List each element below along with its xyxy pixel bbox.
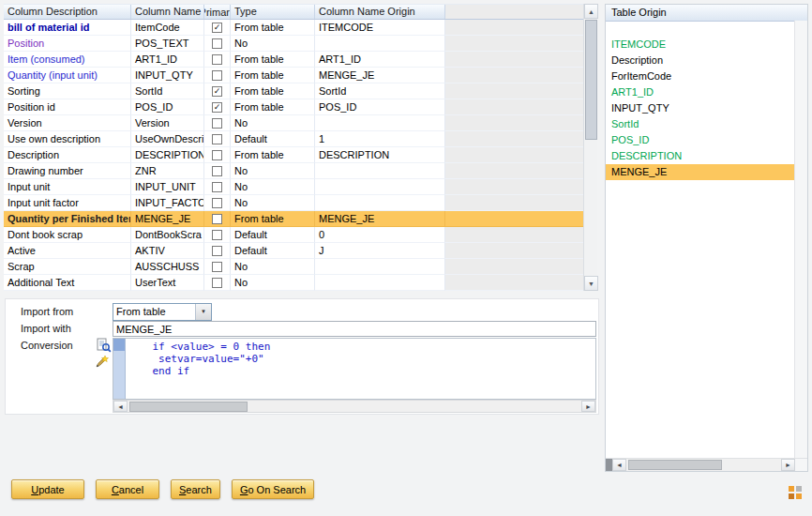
cell-type: From table [231,52,315,68]
scroll-left-arrow[interactable]: ◄ [113,401,128,412]
table-row[interactable]: Quantity (input unit)INPUT_QTYFrom table… [4,68,583,83]
column-header-primary[interactable]: Primary [204,5,231,19]
cell-column-name: ART1_ID [131,52,204,68]
cell-column-description: Dont book scrap [4,227,131,243]
table-scrollbar-thumb[interactable] [585,20,597,140]
cell-type: From table [231,99,315,115]
table-row[interactable]: Position idPOS_ID✓From tablePOS_ID [4,99,583,115]
table-row[interactable]: Additional TextUserTextNo [4,275,583,291]
cell-primary [204,147,231,163]
cell-primary [204,131,231,147]
scroll-down-arrow[interactable]: ▼ [584,276,598,291]
table-row[interactable]: PositionPOS_TEXTNo [4,36,583,52]
table-row[interactable]: Input unit factorINPUT_FACTONo [4,195,583,211]
origin-list-item[interactable]: SortId [606,116,795,132]
cell-filler [445,68,583,83]
primary-checkbox[interactable] [212,214,222,224]
search-button[interactable]: Search [171,479,220,499]
primary-checkbox[interactable] [212,118,222,129]
table-row[interactable]: VersionVersionNo [4,115,583,131]
cell-filler [445,83,583,99]
table-row[interactable]: ActiveAKTIVDefaultJ [4,243,583,259]
scroll-up-arrow[interactable]: ▲ [584,4,598,19]
cell-column-name-origin: MENGE_JE [315,68,445,83]
scrollbar-track[interactable] [128,401,581,412]
primary-checkbox[interactable] [212,54,222,65]
scrollbar-grip[interactable] [606,459,612,471]
origin-list-item[interactable] [606,21,795,37]
scroll-right-arrow[interactable]: ► [581,401,595,412]
origin-list-item[interactable]: INPUT_QTY [606,100,795,116]
primary-checkbox[interactable]: ✓ [212,23,222,33]
origin-list-item[interactable]: DESCRIPTION [606,148,795,164]
table-row[interactable]: Use own descriptionUseOwnDescriDefault1 [4,131,583,147]
origin-list-item[interactable]: MENGE_JE [606,164,795,180]
scrollbar-thumb[interactable] [129,402,248,412]
table-row[interactable]: Dont book scrapDontBookScraDefault0 [4,227,583,243]
primary-checkbox[interactable] [212,262,222,272]
primary-checkbox[interactable] [212,150,222,160]
primary-checkbox[interactable]: ✓ [212,86,222,97]
cell-column-name-origin [315,275,445,291]
column-header-type[interactable]: Type [231,5,315,19]
import-with-input[interactable] [113,321,596,337]
cell-primary [204,52,231,68]
chevron-down-icon[interactable]: ▼ [195,304,211,320]
table-row[interactable]: DescriptionDESCRIPTIONFrom tableDESCRIPT… [4,147,583,163]
primary-checkbox[interactable]: ✓ [212,102,222,113]
origin-list-item[interactable]: POS_ID [606,132,795,148]
origin-list-item[interactable]: ForItemCode [606,68,795,84]
table-row[interactable]: Quantity per Finished ItemMENGE_JEFrom t… [4,211,583,227]
conversion-label: Conversion [21,340,73,351]
scroll-right-arrow[interactable]: ► [781,459,795,471]
footer-button-bar: UpdateCancelSearchGo On Search [11,479,314,499]
cell-filler [445,20,583,36]
scrollbar-track[interactable] [626,459,781,471]
cell-primary [204,259,231,275]
wizard-pencil-icon[interactable] [94,355,109,370]
origin-list-item[interactable]: Description [606,53,795,68]
form-settings-icon[interactable] [789,486,803,500]
origin-list-item[interactable]: ITEMCODE [606,37,795,53]
table-vertical-scrollbar[interactable]: ▲ ▼ [583,4,597,291]
check-syntax-icon[interactable] [97,338,112,353]
table-row[interactable]: bill of material idItemCode✓From tableIT… [4,20,583,36]
column-header-column-name-origin[interactable]: Column Name Origin [315,5,445,19]
scrollbar-thumb[interactable] [628,460,722,470]
table-row[interactable]: ScrapAUSSCHUSSNo [4,259,583,275]
primary-checkbox[interactable] [212,230,222,240]
import-from-select[interactable]: From table ▼ [113,303,212,321]
cell-column-description: Description [4,147,131,163]
go-on-search-button[interactable]: Go On Search [232,479,314,499]
origin-horizontal-scrollbar[interactable]: ◄ ► [606,458,807,471]
primary-checkbox[interactable] [212,38,222,49]
cell-type: No [231,275,315,291]
cancel-button[interactable]: Cancel [96,479,159,499]
origin-vertical-scrollbar[interactable] [794,21,807,458]
column-header-column-description[interactable]: Column Description [4,5,131,19]
code-area[interactable]: if <value> = 0 then setvar=value="+0" en… [126,339,595,399]
primary-checkbox[interactable] [212,70,222,81]
cell-column-description: Item (consumed) [4,52,131,68]
cell-column-name-origin [315,179,445,195]
conversion-code-editor[interactable]: if <value> = 0 then setvar=value="+0" en… [113,338,596,400]
table-row[interactable]: SortingSortId✓From tableSortId [4,83,583,99]
primary-checkbox[interactable] [212,278,222,288]
update-button[interactable]: Update [11,479,84,499]
primary-checkbox[interactable] [212,182,222,192]
origin-list-item[interactable]: ART1_ID [606,84,795,100]
scroll-left-arrow[interactable]: ◄ [612,459,626,471]
table-row[interactable]: Item (consumed)ART1_IDFrom tableART1_ID [4,52,583,68]
primary-checkbox[interactable] [212,246,222,256]
primary-checkbox[interactable] [212,166,222,176]
editor-horizontal-scrollbar[interactable]: ◄ ► [113,400,596,413]
column-header-column-name[interactable]: Column Name [131,5,204,19]
primary-checkbox[interactable] [212,198,222,208]
table-row[interactable]: Drawing numberZNRNo [4,163,583,179]
cell-filler [445,179,583,195]
table-row[interactable]: Input unitINPUT_UNITNo [4,179,583,195]
cell-primary [204,227,231,243]
cell-primary [204,243,231,259]
cell-column-description: Active [4,243,131,259]
primary-checkbox[interactable] [212,134,222,144]
